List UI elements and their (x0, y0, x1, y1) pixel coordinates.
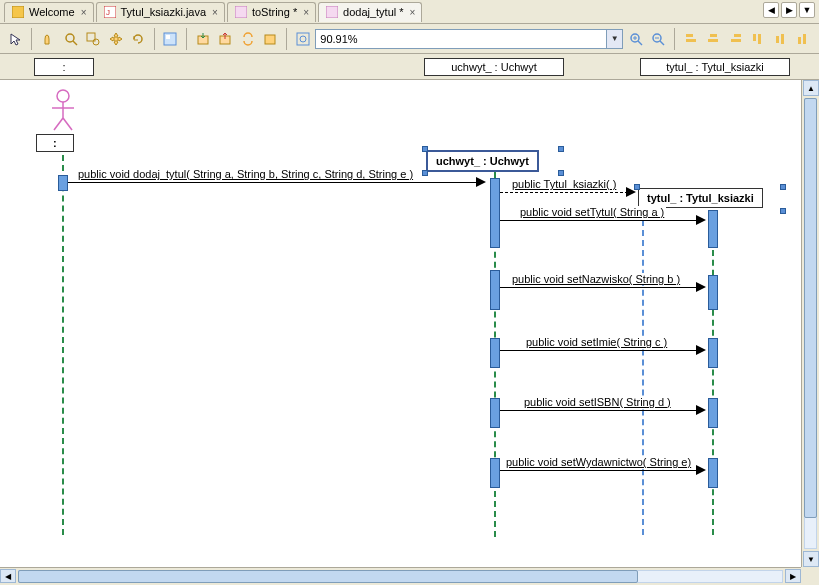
align-middle-icon[interactable] (771, 29, 790, 49)
export-icon[interactable] (216, 29, 235, 49)
scroll-left-button[interactable]: ◀ (0, 569, 16, 583)
zoom-out-icon[interactable] (649, 29, 668, 49)
scroll-down-button[interactable]: ▼ (803, 551, 819, 567)
svg-rect-34 (803, 34, 806, 44)
selection-handle[interactable] (780, 208, 786, 214)
object-tytul[interactable]: tytul_ : Tytul_ksiazki (638, 188, 763, 208)
scroll-up-button[interactable]: ▲ (803, 80, 819, 96)
zoom-combo[interactable]: ▼ (315, 29, 623, 49)
activation-bar[interactable] (490, 338, 500, 368)
actor-figure[interactable] (48, 88, 78, 134)
lifeline-tytul-guide (642, 210, 644, 535)
arrow-right-icon (696, 282, 706, 292)
svg-rect-13 (265, 35, 275, 44)
object-uchwyt[interactable]: uchwyt_ : Uchwyt (426, 150, 539, 172)
activation-bar[interactable] (490, 178, 500, 248)
diagram-icon (234, 5, 248, 19)
tab-bar: Welcome × J Tytul_ksiazki.java × toStrin… (0, 0, 819, 24)
activation-bar[interactable] (490, 398, 500, 428)
message-settytul[interactable]: public void setTytul( String a ) (500, 208, 710, 224)
scroll-thumb[interactable] (804, 98, 817, 518)
zoom-input[interactable] (316, 33, 606, 45)
diagram-icon (325, 5, 339, 19)
message-label: public void setNazwisko( String b ) (510, 273, 682, 285)
align-left-icon[interactable] (681, 29, 700, 49)
divider (286, 28, 287, 50)
svg-point-8 (93, 39, 99, 45)
import-icon[interactable] (193, 29, 212, 49)
marquee-zoom-icon[interactable] (83, 29, 102, 49)
sync-icon[interactable] (238, 29, 257, 49)
java-icon: J (103, 5, 117, 19)
lifeline-actor (62, 155, 64, 535)
selection-handle[interactable] (422, 146, 428, 152)
tab-label: toString * (252, 6, 297, 18)
tab-next-button[interactable]: ▶ (781, 2, 797, 18)
close-icon[interactable]: × (212, 7, 218, 18)
layout-icon[interactable] (161, 29, 180, 49)
object-label: uchwyt_ : Uchwyt (436, 155, 529, 167)
align-center-icon[interactable] (704, 29, 723, 49)
message-line (68, 182, 478, 183)
svg-rect-33 (798, 37, 801, 44)
lifeline-head-tytul[interactable]: tytul_ : Tytul_ksiazki (640, 58, 790, 76)
scroll-right-button[interactable]: ▶ (785, 569, 801, 583)
message-line (500, 192, 628, 193)
tab-java[interactable]: J Tytul_ksiazki.java × (96, 2, 225, 22)
activation-bar[interactable] (490, 458, 500, 488)
svg-rect-28 (731, 39, 741, 42)
message-setwydawnictwo[interactable]: public void setWydawnictwo( String e) (500, 458, 710, 474)
toolbar: ▼ (0, 24, 819, 54)
message-setnazwisko[interactable]: public void setNazwisko( String b ) (500, 275, 710, 291)
fit-zoom-icon[interactable] (293, 29, 312, 49)
close-icon[interactable]: × (81, 7, 87, 18)
vertical-scrollbar[interactable]: ▲ ▼ (801, 80, 819, 567)
svg-rect-29 (753, 34, 756, 41)
message-label: public void setWydawnictwo( String e) (504, 456, 693, 468)
message-constructor[interactable]: public Tytul_ksiazki( ) (500, 180, 640, 196)
lifeline-head-uchwyt[interactable]: uchwyt_ : Uchwyt (424, 58, 564, 76)
select-tool-icon[interactable] (6, 29, 25, 49)
actor-box[interactable]: : (36, 134, 74, 152)
refresh-icon[interactable] (128, 29, 147, 49)
activation-bar[interactable] (490, 270, 500, 310)
tab-tostring[interactable]: toString * × (227, 2, 316, 22)
message-line (500, 287, 698, 288)
actor-label: : (53, 137, 57, 149)
hand-tool-icon[interactable] (38, 29, 57, 49)
tab-label: Welcome (29, 6, 75, 18)
close-icon[interactable]: × (410, 7, 416, 18)
diagram-canvas-wrap: : uchwyt_ : Uchwyt tytul_ : Tytul_ksiazk… (0, 80, 819, 585)
package-icon[interactable] (260, 29, 279, 49)
scroll-thumb[interactable] (18, 570, 638, 583)
align-top-icon[interactable] (749, 29, 768, 49)
tab-welcome[interactable]: Welcome × (4, 2, 94, 22)
message-setimie[interactable]: public void setImie( String c ) (500, 338, 710, 354)
chevron-down-icon[interactable]: ▼ (606, 30, 622, 48)
align-right-icon[interactable] (726, 29, 745, 49)
close-icon[interactable]: × (303, 7, 309, 18)
tab-prev-button[interactable]: ◀ (763, 2, 779, 18)
zoom-tool-icon[interactable] (61, 29, 80, 49)
message-dodaj-tytul[interactable]: public void dodaj_tytul( String a, Strin… (68, 170, 488, 186)
zoom-in-icon[interactable] (626, 29, 645, 49)
activation-bar[interactable] (58, 175, 68, 191)
selection-handle[interactable] (558, 146, 564, 152)
scroll-corner (801, 567, 819, 585)
svg-rect-32 (781, 34, 784, 44)
message-setisbn[interactable]: public void setISBN( String d ) (500, 398, 710, 414)
tab-nav: ◀ ▶ ▼ (763, 2, 815, 18)
selection-handle[interactable] (780, 184, 786, 190)
horizontal-scrollbar[interactable]: ◀ ▶ (0, 567, 801, 585)
tab-dodaj-tytul[interactable]: dodaj_tytul * × (318, 2, 422, 22)
diagram-canvas[interactable]: : uchwyt_ : Uchwyt tytul_ : Tytul_ksiazk… (0, 80, 801, 567)
tab-menu-button[interactable]: ▼ (799, 2, 815, 18)
svg-rect-3 (235, 6, 247, 18)
move-tool-icon[interactable] (106, 29, 125, 49)
lifeline-head-actor[interactable]: : (34, 58, 94, 76)
divider (674, 28, 675, 50)
selection-handle[interactable] (558, 170, 564, 176)
message-label: public void setISBN( String d ) (522, 396, 673, 408)
tab-label: dodaj_tytul * (343, 6, 404, 18)
align-bottom-icon[interactable] (793, 29, 812, 49)
